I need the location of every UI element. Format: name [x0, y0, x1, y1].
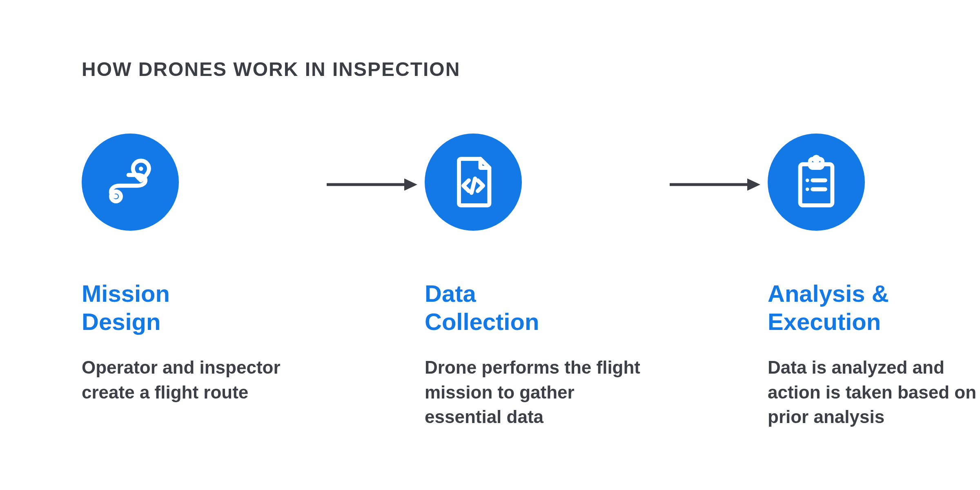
arrow-icon — [318, 134, 425, 195]
svg-point-11 — [806, 178, 809, 182]
route-icon — [82, 134, 179, 231]
svg-marker-4 — [404, 178, 417, 191]
svg-point-13 — [806, 187, 809, 191]
step-description: Data is analyzed and action is taken bas… — [768, 355, 980, 430]
svg-marker-7 — [747, 178, 760, 191]
svg-point-2 — [139, 167, 143, 171]
step-title: Data Collection — [425, 280, 662, 336]
arrow-icon — [662, 134, 768, 195]
step-title: Analysis & Execution — [768, 280, 980, 336]
step-description: Operator and inspector create a flight r… — [82, 355, 302, 405]
step-title: Mission Design — [82, 280, 318, 336]
step-mission-design: Mission Design Operator and inspector cr… — [82, 134, 318, 405]
process-flow: Mission Design Operator and inspector cr… — [82, 134, 906, 430]
step-data-collection: Data Collection Drone performs the fligh… — [425, 134, 662, 430]
diagram-heading: HOW DRONES WORK IN INSPECTION — [82, 58, 906, 80]
step-description: Drone performs the flight mission to gat… — [425, 355, 645, 430]
code-file-icon — [425, 134, 522, 231]
svg-point-1 — [115, 195, 118, 198]
svg-rect-8 — [800, 164, 833, 205]
clipboard-list-icon — [768, 134, 865, 231]
svg-line-5 — [472, 178, 475, 193]
step-analysis-execution: Analysis & Execution Data is analyzed an… — [768, 134, 980, 430]
